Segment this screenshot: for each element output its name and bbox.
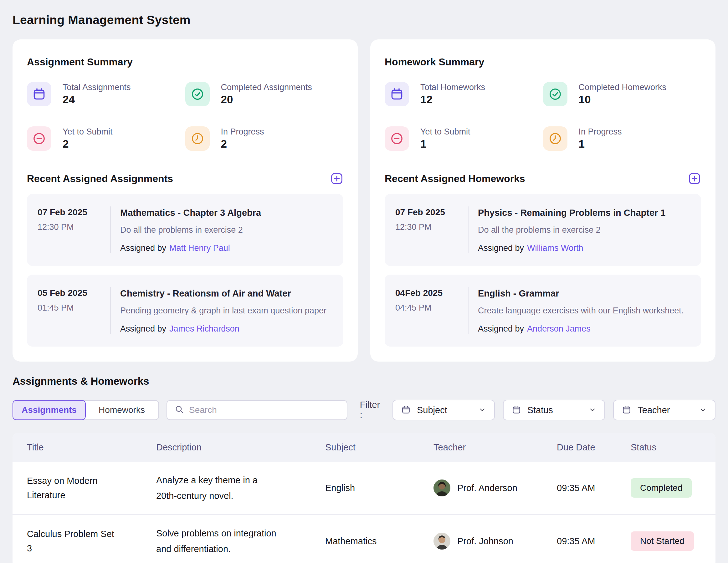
item-title: English - Grammar <box>478 288 684 299</box>
filter-status-dropdown[interactable]: Status <box>503 400 605 420</box>
teacher-name: Prof. Anderson <box>457 483 517 493</box>
table-header-row: Title Description Subject Teacher Due Da… <box>13 433 715 462</box>
stat-label: Completed Assignments <box>221 83 312 92</box>
status-badge: Completed <box>631 478 692 498</box>
dropdown-value: Subject <box>417 405 472 415</box>
add-assignment-button[interactable] <box>330 172 343 185</box>
item-date: 04Feb 2025 <box>395 288 468 298</box>
assigned-by-link[interactable]: James Richardson <box>169 324 239 333</box>
check-circle-icon <box>185 82 210 106</box>
list-section-title: Assignments & Homeworks <box>13 375 715 387</box>
summary-cards-row: Assignment Summary Total Assignments 24 <box>13 39 715 361</box>
tab-homeworks[interactable]: Homeworks <box>85 401 158 419</box>
stat-value: 10 <box>579 94 667 105</box>
recent-assignment-item: 05 Feb 2025 01:45 PM Chemistry - Reation… <box>27 275 343 346</box>
item-description: Pending geometry & graph in last exam qu… <box>120 305 326 316</box>
col-due-date: Due Date <box>557 442 631 453</box>
item-time: 04:45 PM <box>395 303 468 313</box>
stat-label: In Progress <box>579 127 622 136</box>
assigned-by-link[interactable]: Williams Worth <box>527 243 583 253</box>
item-title: Physics - Remaining Problems in Chapter … <box>478 207 666 218</box>
check-circle-icon <box>543 82 567 106</box>
search-input[interactable] <box>189 405 339 415</box>
stat-yet-to-submit-assignments: Yet to Submit 2 <box>27 126 185 151</box>
stat-total-homeworks: Total Homeworks 12 <box>385 82 543 106</box>
clock-icon <box>185 126 210 151</box>
stat-in-progress-homeworks: In Progress 1 <box>543 126 701 151</box>
assigned-by-label: Assigned by <box>478 243 524 253</box>
stat-value: 20 <box>221 94 312 105</box>
stat-label: In Progress <box>221 127 264 136</box>
recent-homeworks-title: Recent Assigned Homeworks <box>385 173 525 185</box>
add-homework-button[interactable] <box>688 172 701 185</box>
assigned-by-link[interactable]: Anderson James <box>527 324 591 333</box>
assigned-by-label: Assigned by <box>120 243 166 253</box>
stat-label: Total Assignments <box>63 83 131 92</box>
col-teacher: Teacher <box>433 442 557 453</box>
minus-circle-icon <box>385 126 409 151</box>
col-status: Status <box>631 442 715 453</box>
dropdown-value: Teacher <box>638 405 693 415</box>
stat-label: Yet to Submit <box>63 127 113 136</box>
row-subject: English <box>325 483 433 493</box>
row-title: Calculus Problem Set 3 <box>27 527 121 555</box>
stat-value: 2 <box>221 138 264 150</box>
stat-value: 24 <box>63 94 131 105</box>
assignment-stats: Total Assignments 24 Completed Assignmen… <box>27 82 343 151</box>
stat-in-progress-assignments: In Progress 2 <box>185 126 344 151</box>
item-time: 12:30 PM <box>38 222 110 232</box>
stat-completed-homeworks: Completed Homeworks 10 <box>543 82 701 106</box>
filter-subject-dropdown[interactable]: Subject <box>392 400 495 420</box>
clock-icon <box>543 126 567 151</box>
assignment-summary-title: Assignment Summary <box>27 56 343 68</box>
col-description: Description <box>156 442 325 453</box>
stat-label: Completed Homeworks <box>579 83 667 92</box>
assignment-summary-card: Assignment Summary Total Assignments 24 <box>13 39 358 361</box>
homework-summary-card: Homework Summary Total Homeworks 12 <box>370 39 715 361</box>
calendar-icon <box>401 405 411 415</box>
chevron-down-icon <box>479 406 486 414</box>
row-subject: Mathematics <box>325 536 433 546</box>
col-title: Title <box>27 442 156 453</box>
assigned-by-label: Assigned by <box>120 324 166 333</box>
stat-value: 1 <box>579 138 622 150</box>
stat-value: 12 <box>420 94 485 105</box>
homework-summary-title: Homework Summary <box>385 56 701 68</box>
search-icon <box>175 405 184 415</box>
assigned-by-label: Assigned by <box>478 324 524 333</box>
tab-group: Assignments Homeworks <box>13 400 159 420</box>
item-title: Mathematics - Chapter 3 Algebra <box>120 207 261 218</box>
filter-teacher-dropdown[interactable]: Teacher <box>613 400 715 420</box>
table-row[interactable]: Calculus Problem Set 3 Solve problems on… <box>13 514 715 563</box>
table-row[interactable]: Essay on Modern Literature Analyze a key… <box>13 462 715 514</box>
homework-stats: Total Homeworks 12 Completed Homeworks 1… <box>385 82 701 151</box>
item-time: 01:45 PM <box>38 303 110 313</box>
list-toolbar: Assignments Homeworks Filter : Subject S… <box>13 400 715 420</box>
recent-homework-item: 04Feb 2025 04:45 PM English - Grammar Cr… <box>385 275 701 346</box>
row-title: Essay on Modern Literature <box>27 473 121 502</box>
minus-circle-icon <box>27 126 51 151</box>
calendar-icon <box>385 82 409 106</box>
item-date: 07 Feb 2025 <box>395 207 468 218</box>
search-box[interactable] <box>167 400 347 420</box>
teacher-avatar <box>433 533 450 550</box>
col-subject: Subject <box>325 442 433 453</box>
row-description: Analyze a key theme in a 20th-century no… <box>156 472 280 504</box>
recent-assignments-title: Recent Assigned Assignments <box>27 173 173 185</box>
assigned-by-link[interactable]: Matt Henry Paul <box>169 243 230 253</box>
item-date: 07 Feb 2025 <box>38 207 110 218</box>
row-due-date: 09:35 AM <box>557 536 631 546</box>
stat-label: Yet to Submit <box>420 127 470 136</box>
item-date: 05 Feb 2025 <box>38 288 110 298</box>
recent-homework-item: 07 Feb 2025 12:30 PM Physics - Remaining… <box>385 194 701 266</box>
assignments-table: Title Description Subject Teacher Due Da… <box>13 433 715 563</box>
tab-assignments[interactable]: Assignments <box>13 400 86 420</box>
calendar-icon <box>622 405 631 415</box>
stat-value: 2 <box>63 138 113 150</box>
stat-value: 1 <box>420 138 470 150</box>
stat-label: Total Homeworks <box>420 83 485 92</box>
calendar-icon <box>27 82 51 106</box>
recent-assignment-item: 07 Feb 2025 12:30 PM Mathematics - Chapt… <box>27 194 343 266</box>
status-badge: Not Started <box>631 531 694 551</box>
chevron-down-icon <box>699 406 707 414</box>
